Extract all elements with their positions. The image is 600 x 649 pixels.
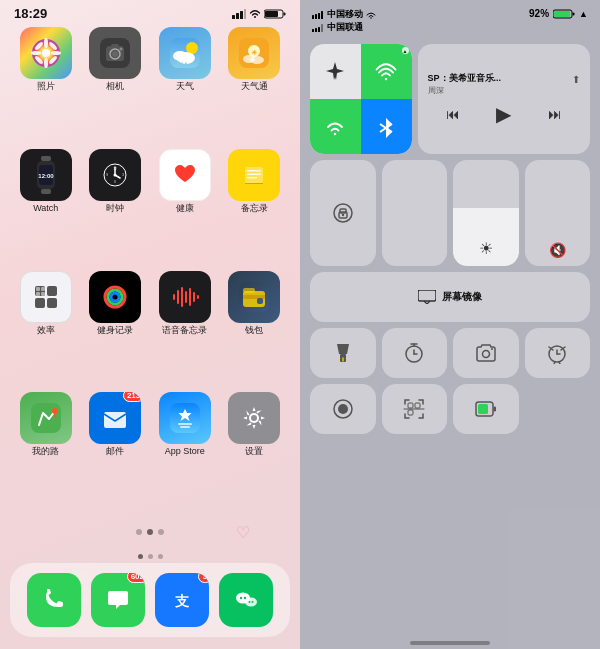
settings-icon[interactable] [228,392,280,444]
weather-icon[interactable] [159,27,211,79]
phone-icon[interactable] [27,573,81,627]
app-fitness[interactable]: 健身记录 [84,271,148,387]
carrier2: 中国联通 [327,21,363,34]
dock-dot-2 [148,554,153,559]
dock-wechat[interactable] [219,573,273,627]
camera-cc-btn[interactable] [453,328,519,378]
svg-rect-110 [573,12,575,15]
play-btn[interactable]: ▶ [496,102,511,126]
rotation-lock-btn[interactable] [310,160,376,266]
dock: 602 支 3 [10,563,290,637]
svg-point-8 [44,38,48,48]
mail-icon[interactable]: 213 [89,392,141,444]
svg-rect-50 [247,170,261,172]
svg-rect-56 [47,286,57,296]
app-notes[interactable]: 备忘录 [223,149,287,265]
weather2-icon[interactable]: ☀ [228,27,280,79]
wechat-icon[interactable] [219,573,273,627]
record-btn[interactable] [310,384,376,434]
dock-messages[interactable]: 602 [91,573,145,627]
svg-point-42 [114,173,117,176]
app-efficiency[interactable]: 效率 [14,271,78,387]
cc-battery-icon [553,9,575,19]
svg-rect-118 [418,290,436,301]
svg-rect-139 [415,403,420,408]
scan-btn[interactable] [382,384,448,434]
svg-point-97 [240,597,242,599]
bluetooth-btn[interactable] [361,99,412,154]
maps-label: 我的路 [32,446,59,457]
voice-icon[interactable] [159,271,211,323]
app-mail[interactable]: 213 邮件 [84,392,148,508]
weather-label: 天气 [176,81,194,92]
app-maps[interactable]: 我的路 [14,392,78,508]
dnd-btn[interactable] [382,160,448,266]
volume-slider[interactable]: 🔇 [525,160,591,266]
battery-widget-btn[interactable] [453,384,519,434]
svg-rect-70 [181,287,183,307]
data-btn[interactable]: ▲ [361,44,412,99]
app-weather2[interactable]: ☀ 天气通 [223,27,287,143]
photos-icon[interactable] [20,27,72,79]
alipay-icon[interactable]: 支 3 [155,573,209,627]
health-icon[interactable] [159,149,211,201]
messages-badge: 602 [127,573,145,583]
alarm-btn[interactable] [525,328,591,378]
svg-rect-72 [189,288,191,306]
svg-rect-105 [312,29,314,32]
app-weather[interactable]: 天气 [153,27,217,143]
media-widget: SP：美希亚音乐... 周深 ⬆ ⏮ ▶ ⏭ [418,44,590,154]
app-photos[interactable]: 照片 [14,27,78,143]
status-icons [232,9,286,19]
notes-label: 备忘录 [241,203,268,214]
connectivity-panel: ▲ [310,44,412,154]
heart-icon: ♡ [236,523,250,542]
appstore-label: App Store [165,446,205,457]
app-camera[interactable]: 相机 [84,27,148,143]
app-clock[interactable]: 12 6 9 3 时钟 [84,149,148,265]
wifi-btn[interactable] [310,99,361,154]
notes-icon[interactable] [228,149,280,201]
svg-rect-0 [232,15,235,19]
efficiency-label: 效率 [37,325,55,336]
status-bar-left: 18:29 [0,0,300,23]
svg-rect-34 [41,189,51,194]
svg-text:12: 12 [114,167,118,171]
clock-icon[interactable]: 12 6 9 3 [89,149,141,201]
messages-icon[interactable]: 602 [91,573,145,627]
app-health[interactable]: 健康 [153,149,217,265]
maps-icon[interactable] [20,392,72,444]
camera-icon[interactable] [89,27,141,79]
efficiency-icon[interactable] [20,271,72,323]
time-display: 18:29 [14,6,47,21]
app-wallet[interactable]: 钱包 [223,271,287,387]
svg-rect-78 [257,298,263,304]
screen-mirror-btn[interactable]: 屏幕镜像 [310,272,590,322]
svg-point-100 [252,601,254,603]
wifi-icon [249,9,261,19]
brightness-slider[interactable]: ☀ [453,160,519,266]
svg-point-117 [342,214,344,216]
svg-rect-108 [321,24,323,32]
svg-rect-69 [177,290,179,304]
timer-btn[interactable] [382,328,448,378]
watch-icon[interactable]: 12:00 [20,149,72,201]
svg-text:12:00: 12:00 [38,173,54,179]
app-watch[interactable]: 12:00 Watch [14,149,78,265]
app-voice[interactable]: 语音备忘录 [153,271,217,387]
prev-btn[interactable]: ⏮ [446,106,460,122]
flashlight-btn[interactable] [310,328,376,378]
app-settings[interactable]: 设置 [223,392,287,508]
wallet-icon[interactable] [228,271,280,323]
battery-percent: 92% [529,8,549,19]
svg-rect-83 [104,412,126,428]
svg-rect-2 [240,11,243,19]
screen-mirror-label: 屏幕镜像 [442,290,482,304]
dock-phone[interactable] [27,573,81,627]
appstore-icon[interactable] [159,392,211,444]
dock-alipay[interactable]: 支 3 [155,573,209,627]
fitness-icon[interactable] [89,271,141,323]
app-appstore[interactable]: App Store [153,392,217,508]
airplane-btn[interactable] [310,44,361,99]
next-btn[interactable]: ⏭ [548,106,562,122]
